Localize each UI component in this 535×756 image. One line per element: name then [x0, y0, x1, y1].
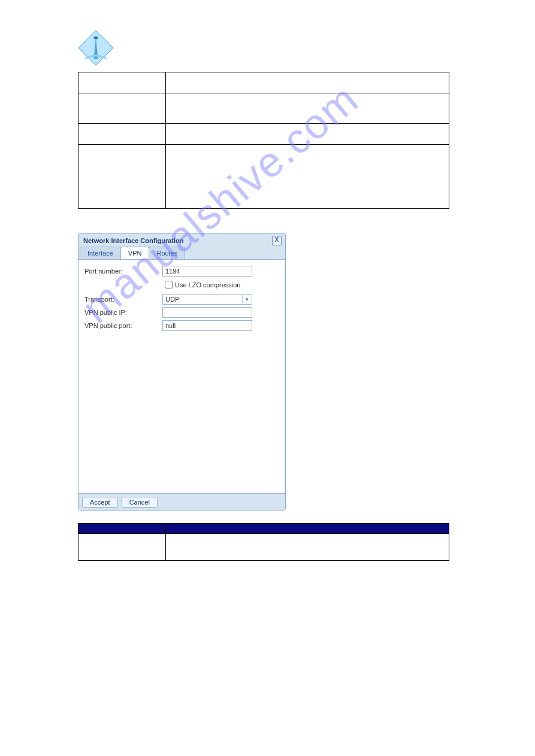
desc-cell: [166, 72, 449, 93]
table-row: [78, 145, 449, 209]
param-cell: [78, 534, 166, 561]
table-row: [78, 534, 449, 561]
param-cell: [78, 124, 166, 145]
param-cell: [78, 93, 166, 124]
dialog-title: Network Interface Configuration: [83, 237, 183, 244]
tab-routes[interactable]: Routes: [149, 247, 185, 259]
lower-param-table: [78, 523, 449, 561]
vpn-public-port-label: VPN public port:: [84, 322, 162, 329]
desc-cell: [166, 124, 449, 145]
accept-button[interactable]: Accept: [82, 497, 118, 508]
dialog-titlebar: Network Interface Configuration X: [78, 233, 285, 247]
dialog-tabstrip: Interface VPN Routes: [78, 247, 285, 260]
transport-label: Transport:: [84, 296, 162, 303]
vpn-public-ip-input[interactable]: [162, 307, 252, 318]
table-row: [78, 72, 449, 93]
table-header-row: [78, 524, 449, 534]
cancel-button[interactable]: Cancel: [122, 497, 158, 508]
upper-param-table: [78, 72, 449, 209]
tab-interface[interactable]: Interface: [80, 247, 121, 259]
param-cell: [78, 72, 166, 93]
svg-point-1: [93, 37, 98, 40]
param-cell: [78, 145, 166, 209]
transport-select[interactable]: [162, 294, 252, 305]
col-param-header: [78, 524, 166, 534]
lzo-checkbox[interactable]: [165, 281, 173, 289]
vpn-public-port-input[interactable]: [162, 320, 252, 331]
lighthouse-logo: [78, 30, 114, 66]
port-number-label: Port number:: [84, 268, 162, 275]
desc-cell: [166, 534, 449, 561]
dialog-footer: Accept Cancel: [78, 493, 285, 511]
network-interface-config-dialog: Network Interface Configuration X Interf…: [78, 233, 286, 511]
desc-cell: [166, 93, 449, 124]
table-row: [78, 93, 449, 124]
page-footer: [0, 633, 535, 645]
port-number-input[interactable]: [162, 266, 252, 277]
table-row: [78, 124, 449, 145]
col-desc-header: [166, 524, 449, 534]
tab-vpn[interactable]: VPN: [120, 247, 150, 259]
lzo-label: Use LZO compression: [175, 281, 240, 289]
vpn-public-ip-label: VPN public IP:: [84, 309, 162, 316]
desc-cell: [166, 145, 449, 209]
close-icon[interactable]: X: [272, 236, 282, 245]
dialog-body: Port number: Use LZO compression Transpo…: [78, 260, 285, 493]
